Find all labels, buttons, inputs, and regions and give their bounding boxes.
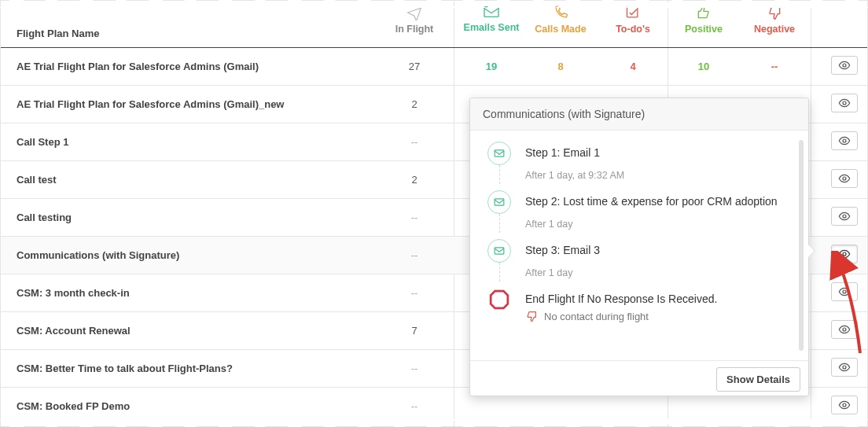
eye-icon	[838, 97, 851, 109]
cell-inflight: 27	[383, 61, 446, 72]
mail-icon	[487, 190, 511, 214]
svg-point-6	[843, 215, 846, 218]
plan-name: Call Step 1	[17, 136, 68, 148]
plan-name: Call test	[17, 174, 57, 186]
svg-point-8	[843, 290, 846, 293]
plan-name: CSM: 3 month check-in	[17, 287, 130, 299]
flight-step-end: End Flight If No Response Is Received.	[487, 288, 796, 305]
eye-icon	[838, 59, 851, 72]
svg-point-11	[843, 403, 846, 407]
step-meta: After 1 day, at 9:32 AM	[525, 170, 796, 181]
svg-point-10	[843, 366, 846, 369]
thumb-down-icon	[525, 310, 538, 322]
eye-icon	[838, 210, 851, 223]
plan-name: CSM: Booked FP Demo	[17, 400, 130, 412]
col-positive: Positive	[672, 5, 735, 35]
preview-button[interactable]	[831, 169, 858, 188]
stop-icon	[487, 288, 511, 311]
cell-negative: --	[743, 61, 806, 72]
end-sub: No contact during flight	[487, 310, 796, 322]
popover-title: Communications (with Signature)	[470, 98, 808, 131]
show-details-button[interactable]: Show Details	[716, 367, 800, 392]
col-calls: Calls Made	[529, 5, 592, 35]
cell-inflight: --	[383, 400, 446, 412]
cell-inflight: 7	[383, 325, 446, 337]
eye-icon	[838, 285, 851, 298]
flight-step: Step 2: Lost time & expense for poor CRM…	[487, 190, 796, 230]
svg-point-2	[843, 64, 846, 67]
plan-name: Call testing	[17, 212, 72, 223]
step-title: Step 2: Lost time & expense for poor CRM…	[525, 190, 796, 208]
mail-icon	[487, 239, 511, 263]
table-header: Flight Plan Name In Flight Emails Sent C…	[1, 1, 867, 48]
preview-button[interactable]	[831, 207, 858, 226]
cell-inflight: 2	[383, 98, 446, 110]
plan-name: CSM: Account Renewal	[17, 325, 131, 337]
svg-point-7	[843, 252, 846, 256]
svg-rect-1	[627, 7, 638, 17]
table-row[interactable]: AE Trial Flight Plan for Salesforce Admi…	[1, 48, 867, 86]
cell-inflight: --	[383, 287, 446, 299]
end-title: End Flight If No Response Is Received.	[525, 288, 796, 305]
svg-point-4	[843, 139, 846, 142]
flight-step: Step 1: Email 1 After 1 day, at 9:32 AM	[487, 142, 796, 181]
eye-icon	[838, 361, 851, 374]
svg-point-5	[843, 177, 846, 180]
plan-name: AE Trial Flight Plan for Salesforce Admi…	[17, 98, 284, 110]
eye-icon	[838, 248, 851, 260]
plan-name: CSM: Better Time to talk about Flight-Pl…	[17, 363, 233, 374]
cell-inflight: --	[383, 136, 446, 148]
svg-marker-15	[491, 291, 508, 308]
cell-positive: 10	[672, 61, 735, 72]
cell-inflight: --	[383, 249, 446, 261]
cell-emails: 19	[460, 61, 523, 72]
plan-name: AE Trial Flight Plan for Salesforce Admi…	[17, 61, 259, 72]
col-inflight: In Flight	[383, 5, 446, 35]
eye-icon	[838, 323, 851, 336]
step-meta: After 1 day	[525, 219, 796, 230]
svg-rect-12	[495, 150, 504, 156]
svg-rect-14	[495, 248, 504, 254]
eye-icon	[838, 172, 851, 185]
cell-inflight: 2	[383, 174, 446, 186]
col-todos: To-do's	[601, 5, 664, 35]
eye-icon	[838, 134, 851, 147]
flight-plan-popover: Communications (with Signature) Step 1: …	[469, 98, 809, 396]
preview-button[interactable]	[831, 320, 858, 339]
cell-inflight: --	[383, 363, 446, 374]
svg-point-9	[843, 328, 846, 331]
preview-button[interactable]	[831, 245, 858, 263]
step-title: Step 3: Email 3	[525, 239, 796, 256]
preview-button[interactable]	[831, 131, 858, 150]
step-meta: After 1 day	[525, 267, 796, 278]
col-name: Flight Plan Name	[17, 28, 99, 39]
popover-caret	[808, 245, 815, 257]
preview-button[interactable]	[831, 358, 858, 377]
flight-step: Step 3: Email 3 After 1 day	[487, 239, 796, 278]
col-negative: Negative	[743, 5, 806, 35]
preview-button[interactable]	[831, 282, 858, 301]
col-emails: Emails Sent	[460, 5, 523, 33]
preview-button[interactable]	[831, 56, 858, 75]
cell-calls: 8	[529, 61, 592, 72]
svg-point-3	[843, 101, 846, 105]
scrollbar[interactable]	[799, 140, 804, 351]
preview-button[interactable]	[831, 396, 858, 414]
cell-todos: 4	[601, 61, 664, 72]
step-title: Step 1: Email 1	[525, 142, 796, 159]
svg-rect-13	[495, 199, 504, 205]
mail-icon	[487, 142, 511, 165]
preview-button[interactable]	[831, 94, 858, 112]
svg-rect-0	[484, 7, 498, 17]
plan-name: Communications (with Signature)	[17, 249, 179, 261]
cell-inflight: --	[383, 212, 446, 223]
eye-icon	[838, 399, 851, 411]
